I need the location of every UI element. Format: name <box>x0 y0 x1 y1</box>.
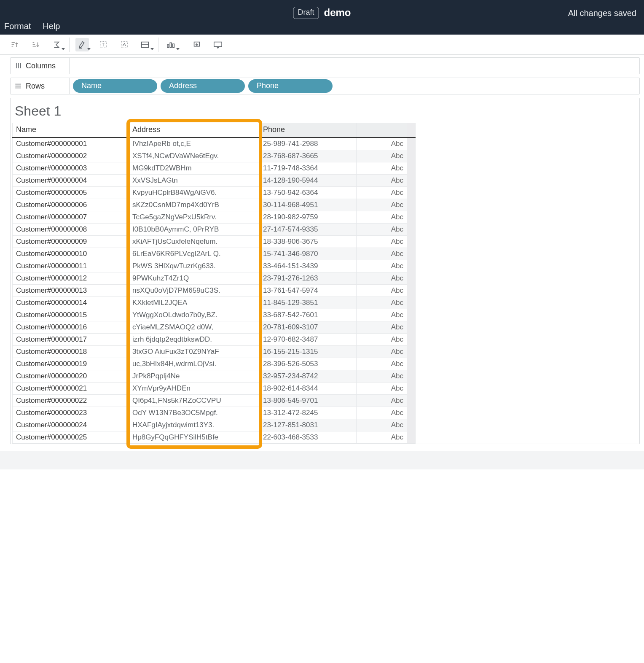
table-row[interactable]: Customer#000000014KXkletMlL2JQEA11-845-1… <box>13 297 416 309</box>
data-table: Name Address Phone Customer#000000001IVh… <box>12 123 416 444</box>
scrollbar[interactable] <box>407 137 416 444</box>
sheet-title[interactable]: Sheet 1 <box>11 102 639 123</box>
rows-shelf[interactable]: Rows NameAddressPhone <box>10 78 640 94</box>
table-row[interactable]: Customer#000000009xKiAFTjUsCuxfeleNqefum… <box>13 236 416 248</box>
table-row[interactable]: Customer#000000003MG9kdTD2WBHm11-719-748… <box>13 162 416 175</box>
cell-phone: 23-127-851-8031 <box>260 419 357 431</box>
cell-name: Customer#000000019 <box>13 358 129 370</box>
cell-phone: 28-190-982-9759 <box>260 211 357 224</box>
cell-name: Customer#000000007 <box>13 211 129 224</box>
pill-phone[interactable]: Phone <box>248 79 333 93</box>
cell-name: Customer#000000002 <box>13 150 129 162</box>
cell-address: XYmVpr9yAHDEn <box>129 383 260 395</box>
cell-address: uc,3bHIx84H,wdrmLOjVsi. <box>129 358 260 370</box>
cell-address: Hp8GyFQqGHFYSilH5tBfe <box>129 431 260 444</box>
cell-phone: 28-396-526-5053 <box>260 358 357 370</box>
table-row[interactable]: Customer#000000004XxVSJsLAGtn14-128-190-… <box>13 175 416 187</box>
cell-name: Customer#000000001 <box>13 137 129 150</box>
cell-abc: Abc <box>357 260 407 272</box>
table-row[interactable]: Customer#000000011PkWS 3HlXqwTuzrKg633.3… <box>13 260 416 272</box>
cell-abc: Abc <box>357 346 407 358</box>
table-row[interactable]: Customer#0000000129PWKuhzT4Zr1Q23-791-27… <box>13 272 416 285</box>
table-row[interactable]: Customer#000000017izrh 6jdqtp2eqdtbkswDD… <box>13 334 416 346</box>
svg-text:T: T <box>102 42 105 47</box>
cell-name: Customer#000000014 <box>13 297 129 309</box>
fit-icon[interactable] <box>139 38 152 51</box>
menu-format[interactable]: Format <box>4 22 31 31</box>
table-row[interactable]: Customer#000000015YtWggXoOLdwdo7b0y,BZ.3… <box>13 309 416 321</box>
svg-rect-13 <box>170 43 172 47</box>
menu-help[interactable]: Help <box>43 22 60 31</box>
presentation-icon[interactable] <box>211 38 225 51</box>
table-row[interactable]: Customer#000000016cYiaeMLZSMAOQ2 d0W,20-… <box>13 321 416 334</box>
table-row[interactable]: Customer#000000007TcGe5gaZNgVePxU5kRrv.2… <box>13 211 416 224</box>
scrollbar-track[interactable] <box>407 123 416 137</box>
svg-point-25 <box>15 88 16 89</box>
table-row[interactable]: Customer#000000025Hp8GyFQqGHFYSilH5tBfe2… <box>13 431 416 444</box>
header-name[interactable]: Name <box>13 123 129 137</box>
cell-abc: Abc <box>357 407 407 419</box>
table-row[interactable]: Customer#000000006sKZz0CsnMD7mp4Xd0YrB30… <box>13 199 416 211</box>
cell-address: HXAFgIAyjxtdqwimt13Y3. <box>129 419 260 431</box>
totals-icon[interactable] <box>50 38 63 51</box>
table-row[interactable]: Customer#000000019uc,3bHIx84H,wdrmLOjVsi… <box>13 358 416 370</box>
cell-abc: Abc <box>357 285 407 297</box>
cell-abc: Abc <box>357 297 407 309</box>
cell-name: Customer#000000018 <box>13 346 129 358</box>
cell-name: Customer#000000013 <box>13 285 129 297</box>
cell-phone: 13-761-547-5974 <box>260 285 357 297</box>
header-address[interactable]: Address <box>129 123 260 137</box>
download-icon[interactable] <box>190 38 204 51</box>
cell-name: Customer#000000009 <box>13 236 129 248</box>
header-abc <box>357 123 407 137</box>
rows-shelf-label: Rows <box>11 78 70 94</box>
cell-abc: Abc <box>357 309 407 321</box>
cell-address: I0B10bB0AymmC, 0PrRYB <box>129 224 260 236</box>
cell-phone: 23-791-276-1263 <box>260 272 357 285</box>
columns-shelf[interactable]: Columns <box>10 57 640 74</box>
table-row[interactable]: Customer#000000013nsXQu0oVjD7PM659uC3S.1… <box>13 285 416 297</box>
side-rail <box>0 55 8 444</box>
pill-name[interactable]: Name <box>73 79 157 93</box>
table-row[interactable]: Customer#000000002XSTf4,NCwDVaWNe6tEgv.2… <box>13 150 416 162</box>
table-row[interactable]: Customer#0000000106LrEaV6KR6PLVcgl2ArL Q… <box>13 248 416 260</box>
table-row[interactable]: Customer#000000008I0B10bB0AymmC, 0PrRYB2… <box>13 224 416 236</box>
cell-name: Customer#000000005 <box>13 187 129 199</box>
cell-abc: Abc <box>357 358 407 370</box>
cell-phone: 20-781-609-3107 <box>260 321 357 334</box>
cell-abc: Abc <box>357 211 407 224</box>
table-row[interactable]: Customer#000000023OdY W13N7Be3OC5Mpgf.13… <box>13 407 416 419</box>
show-me-icon[interactable] <box>164 38 178 51</box>
cell-phone: 14-128-190-5944 <box>260 175 357 187</box>
cell-abc: Abc <box>357 175 407 187</box>
highlight-icon[interactable] <box>75 38 89 51</box>
sort-ascending-icon[interactable] <box>8 38 21 51</box>
group-icon[interactable] <box>118 38 131 51</box>
table-row[interactable]: Customer#000000001IVhzIApeRb ot,c,E25-98… <box>13 137 416 150</box>
cell-address: XSTf4,NCwDVaWNe6tEgv. <box>129 150 260 162</box>
text-label-icon[interactable]: T <box>97 38 110 51</box>
cell-phone: 18-902-614-8344 <box>260 383 357 395</box>
sort-descending-icon[interactable] <box>29 38 42 51</box>
pill-address[interactable]: Address <box>161 79 245 93</box>
table-row[interactable]: Customer#000000022QI6p41,FNs5k7RZoCCVPU1… <box>13 395 416 407</box>
cell-address: XxVSJsLAGtn <box>129 175 260 187</box>
table-row[interactable]: Customer#000000020JrPk8Pqplj4Ne32-957-23… <box>13 370 416 383</box>
header-phone[interactable]: Phone <box>260 123 357 137</box>
table-row[interactable]: Customer#000000005KvpyuHCplrB84WgAiGV6.1… <box>13 187 416 199</box>
cell-name: Customer#000000020 <box>13 370 129 383</box>
cell-phone: 22-603-468-3533 <box>260 431 357 444</box>
cell-name: Customer#000000017 <box>13 334 129 346</box>
cell-phone: 13-312-472-8245 <box>260 407 357 419</box>
cell-phone: 33-464-151-3439 <box>260 260 357 272</box>
rows-pill-area[interactable]: NameAddressPhone <box>70 79 333 93</box>
cell-phone: 23-768-687-3665 <box>260 150 357 162</box>
table-row[interactable]: Customer#000000024HXAFgIAyjxtdqwimt13Y3.… <box>13 419 416 431</box>
cell-address: IVhzIApeRb ot,c,E <box>129 137 260 150</box>
cell-phone: 13-806-545-9701 <box>260 395 357 407</box>
columns-shelf-label: Columns <box>11 58 70 74</box>
table-row[interactable]: Customer#000000021XYmVpr9yAHDEn18-902-61… <box>13 383 416 395</box>
cell-name: Customer#000000022 <box>13 395 129 407</box>
cell-abc: Abc <box>357 236 407 248</box>
table-row[interactable]: Customer#0000000183txGO AiuFux3zT0Z9NYaF… <box>13 346 416 358</box>
